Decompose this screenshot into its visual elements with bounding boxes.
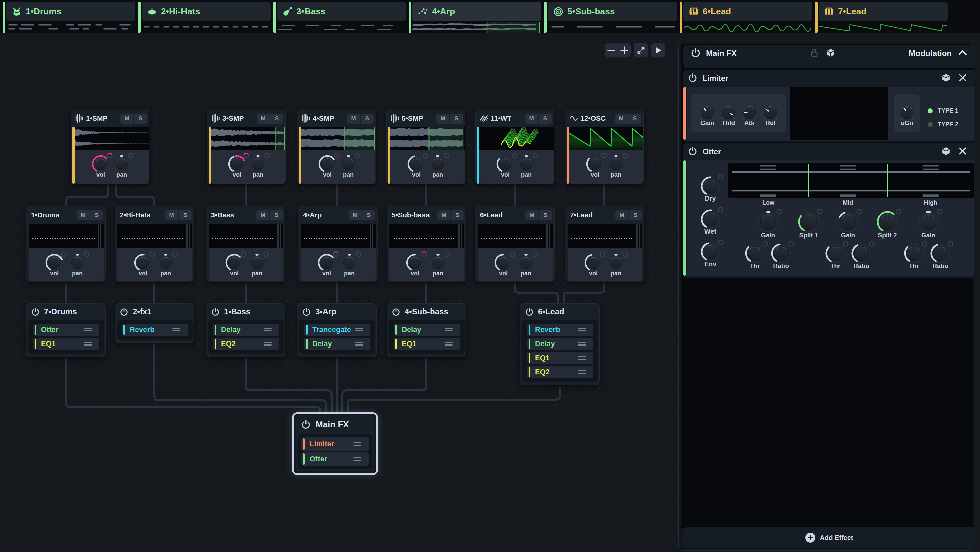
drag-handle-icon[interactable] xyxy=(355,328,363,331)
otter-gain-knob[interactable]: Gain xyxy=(754,207,783,237)
vol-knob[interactable]: vol xyxy=(130,250,156,277)
main-fx-power-button[interactable] xyxy=(690,48,701,59)
drag-handle-icon[interactable] xyxy=(84,328,92,331)
pan-knob[interactable]: pan xyxy=(153,250,178,277)
mute-button[interactable]: M xyxy=(436,114,450,124)
limiter-cube-icon[interactable] xyxy=(942,73,950,83)
mute-button[interactable]: M xyxy=(165,210,179,220)
pan-knob[interactable]: pan xyxy=(514,250,539,277)
solo-button[interactable]: S xyxy=(629,210,642,220)
fx-item-reverb[interactable]: Reverb xyxy=(122,324,188,336)
track-tab-5-sub-bass[interactable]: 5•Sub-bass xyxy=(544,2,677,33)
mute-button[interactable]: M xyxy=(348,210,362,220)
pan-knob[interactable]: pan xyxy=(603,151,629,178)
pan-knob[interactable]: pan xyxy=(336,151,361,178)
add-effect-button[interactable]: Add Effect xyxy=(683,527,975,548)
drag-handle-icon[interactable] xyxy=(172,328,180,331)
solo-button[interactable]: S xyxy=(134,114,147,124)
track-tab-4-arp[interactable]: 4•Arp xyxy=(409,2,541,33)
track-tab-3-bass[interactable]: 3•Bass xyxy=(274,2,406,33)
track-tab-7-lead[interactable]: 7•Lead xyxy=(815,2,948,33)
vol-knob[interactable]: vol xyxy=(581,250,606,277)
fx-node-power-button[interactable] xyxy=(211,307,220,316)
track-node-1-drums[interactable]: 1•DrumsMS vol pan xyxy=(26,206,106,282)
limiter-ogn-knob[interactable]: oGn xyxy=(896,101,918,125)
pan-knob[interactable]: pan xyxy=(109,151,134,178)
fx-item-delay[interactable]: Delay xyxy=(394,324,460,336)
modulation-toggle-label[interactable]: Modulation xyxy=(909,49,951,58)
otter-dry-knob[interactable]: Dry xyxy=(697,173,724,201)
track-tab-1-drums[interactable]: 1•Drums xyxy=(3,2,135,33)
fx-item-limiter[interactable]: Limiter xyxy=(301,437,369,451)
drag-handle-icon[interactable] xyxy=(445,328,453,331)
limiter-thld-knob[interactable]: Thld xyxy=(717,101,739,125)
otter-thr-knob-0[interactable]: Thr xyxy=(741,240,769,268)
zoom-in-button[interactable] xyxy=(618,43,631,57)
solo-button[interactable]: S xyxy=(270,210,283,220)
solo-button[interactable]: S xyxy=(90,210,103,220)
fx-item-eq2[interactable]: EQ2 xyxy=(527,366,593,378)
fx-node-2-fx1[interactable]: 2•fx1Reverb xyxy=(115,304,194,343)
limiter-close-icon[interactable] xyxy=(958,73,967,83)
vol-knob[interactable]: vol xyxy=(314,250,339,277)
source-node-11-wt[interactable]: 11•WTMS vol pan xyxy=(475,110,554,185)
drag-handle-icon[interactable] xyxy=(264,328,272,331)
otter-ratio-knob-2[interactable]: Ratio xyxy=(926,240,954,268)
mute-button[interactable]: M xyxy=(257,114,270,124)
limiter-atk-knob[interactable]: Atk xyxy=(738,101,760,125)
solo-button[interactable]: S xyxy=(179,210,192,220)
vol-knob[interactable]: vol xyxy=(402,250,428,277)
play-button[interactable] xyxy=(651,43,665,57)
solo-button[interactable]: S xyxy=(362,210,375,220)
drag-handle-icon[interactable] xyxy=(353,442,361,446)
drag-handle-icon[interactable] xyxy=(578,342,586,345)
solo-button[interactable]: S xyxy=(628,114,641,124)
track-node-2-hi-hats[interactable]: 2•Hi-HatsMS vol pan xyxy=(115,206,194,282)
otter-ratio-knob-1[interactable]: Ratio xyxy=(848,240,875,268)
otter-cube-icon[interactable] xyxy=(942,147,950,157)
track-node-6-lead[interactable]: 6•LeadMS vol pan xyxy=(475,206,555,282)
waveform-display[interactable] xyxy=(211,127,285,150)
mute-button[interactable]: M xyxy=(347,114,361,124)
fx-node-power-button[interactable] xyxy=(525,307,534,316)
waveform-display[interactable] xyxy=(75,127,149,150)
pan-knob[interactable]: pan xyxy=(65,250,90,277)
fx-node-6-lead[interactable]: 6•LeadReverbDelayEQ1EQ2 xyxy=(520,304,600,385)
otter-thr-knob-1[interactable]: Thr xyxy=(822,240,849,268)
zoom-out-button[interactable] xyxy=(605,43,618,57)
pan-knob[interactable]: pan xyxy=(603,250,629,277)
pan-knob[interactable]: pan xyxy=(337,250,362,277)
cube-icon[interactable] xyxy=(826,48,835,59)
fx-item-otter[interactable]: Otter xyxy=(301,452,369,466)
fx-node-power-button[interactable] xyxy=(392,307,401,316)
drag-handle-icon[interactable] xyxy=(353,457,361,461)
drag-handle-icon[interactable] xyxy=(578,356,586,360)
track-node-7-lead[interactable]: 7•LeadMS vol pan xyxy=(565,206,644,282)
drag-handle-icon[interactable] xyxy=(264,342,272,345)
fx-item-eq1[interactable]: EQ1 xyxy=(527,352,593,364)
solo-button[interactable]: S xyxy=(450,114,463,124)
source-node-5-smp[interactable]: 5•SMPMS vol pan xyxy=(387,110,465,185)
otter-gain-knob[interactable]: Gain xyxy=(914,207,943,237)
main-fx-node[interactable]: Main FXLimiterOtter xyxy=(292,412,378,475)
otter-gain-knob[interactable]: Gain xyxy=(834,207,863,237)
mute-button[interactable]: M xyxy=(120,114,134,124)
track-node-5-sub-bass[interactable]: 5•Sub-bassMS vol pan xyxy=(387,206,466,282)
otter-split-2-knob[interactable]: Split 2 xyxy=(873,207,902,237)
drag-handle-icon[interactable] xyxy=(578,370,586,374)
waveform-display[interactable] xyxy=(479,127,554,150)
solo-button[interactable]: S xyxy=(361,114,374,124)
fx-item-eq2[interactable]: EQ2 xyxy=(213,338,279,350)
chevron-up-icon[interactable] xyxy=(958,48,967,59)
otter-wet-knob[interactable]: Wet xyxy=(697,205,724,234)
pan-knob[interactable]: pan xyxy=(425,151,450,178)
solo-button[interactable]: S xyxy=(539,210,552,220)
fx-item-eq1[interactable]: EQ1 xyxy=(394,338,460,350)
fx-node-power-button[interactable] xyxy=(31,307,40,316)
mute-button[interactable]: M xyxy=(76,210,90,220)
drag-handle-icon[interactable] xyxy=(355,342,363,345)
mute-button[interactable]: M xyxy=(256,210,270,220)
pan-knob[interactable]: pan xyxy=(244,250,270,277)
fx-item-trancegate[interactable]: Trancegate xyxy=(304,324,370,336)
drag-handle-icon[interactable] xyxy=(84,342,92,345)
